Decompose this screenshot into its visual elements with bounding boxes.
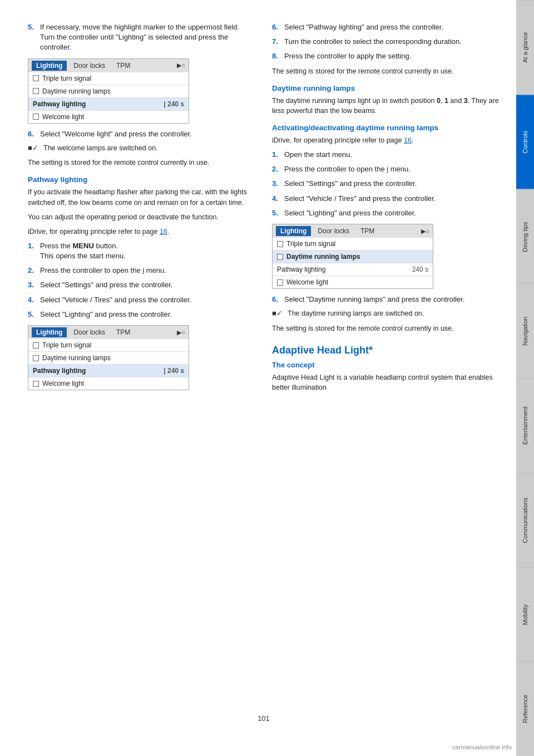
activating-idrive: iDrive, for operating principle refer to…	[272, 135, 500, 145]
right-s4-num: 4.	[272, 194, 281, 204]
result-welcome: ■✓ The welcome lamps are switched on.	[28, 144, 255, 154]
left-s1-num: 1.	[28, 241, 37, 261]
left-s5-text: Select "Lighting" and press the controll…	[40, 310, 255, 320]
main-content: 5. If necessary, move the highlight mark…	[0, 0, 516, 756]
ui2-label-welcome: Welcome light	[42, 380, 184, 387]
pathway-idrive-text: iDrive, for operating principle refer to…	[28, 228, 157, 235]
ui-screenshot-3: Lighting Door locks TPM ▶○ Triple turn s…	[272, 224, 433, 289]
right-s3-text: Select "Settings" and press the controll…	[284, 179, 500, 189]
ui2-row-pathway: Pathway lighting | 240 s	[28, 365, 189, 377]
sidebar-item-label: At a glance	[522, 32, 528, 63]
sidebar-item-at-a-glance[interactable]: At a glance	[516, 0, 534, 95]
right-step-5: 5. Select "Lighting" and press the contr…	[272, 208, 500, 218]
ui3-row-welcome: Welcome light	[273, 276, 433, 288]
ui2-label-triple: Triple turn signal	[42, 341, 184, 349]
page-container: At a glance Controls Driving tips Naviga…	[0, 0, 534, 756]
step-6-text: Select "Welcome light" and press the con…	[40, 129, 255, 139]
ui3-label-pathway: Pathway lighting	[277, 266, 409, 273]
ui2-label-daytime: Daytime running lamps	[42, 354, 184, 362]
right-s6b-text: Select "Daytime running lamps" and press…	[284, 294, 500, 305]
ui3-value-pathway: 240 s	[412, 266, 428, 273]
right-s3-num: 3.	[272, 179, 281, 189]
sidebar-item-label: Reference	[522, 695, 528, 723]
pathway-body: If you activate the headlamp flasher aft…	[28, 187, 255, 207]
right-column: 6. Select "Pathway lighting" and press t…	[272, 22, 500, 698]
right-s1-text: Open the start menu.	[284, 150, 500, 160]
ui1-value-pathway: | 240 s	[164, 100, 184, 108]
activating-idrive-ref[interactable]: 16	[404, 136, 412, 144]
ui2-checkbox-triple	[33, 342, 39, 348]
result-daytime: ■✓ The daytime running lamps are switche…	[272, 309, 500, 319]
pathway-idrive-ref[interactable]: 16	[160, 228, 167, 235]
step-5-num: 5.	[28, 22, 37, 53]
ui-screenshot-1: Lighting Door locks TPM ▶○ Triple turn s…	[28, 58, 189, 124]
ui3-label-welcome: Welcome light	[286, 278, 428, 286]
sidebar-item-entertainment[interactable]: Entertainment	[516, 378, 534, 473]
adaptive-heading: Adaptive Head Light*	[272, 345, 500, 356]
activating-idrive-text: iDrive, for operating principle refer to…	[272, 136, 402, 144]
ui3-row-pathway: Pathway lighting 240 s	[273, 263, 433, 276]
result-daytime-text: The daytime running lamps are switched o…	[288, 309, 424, 319]
ui3-checkbox-welcome	[277, 279, 283, 286]
right-step-3: 3. Select "Settings" and press the contr…	[272, 179, 500, 189]
left-s5-num: 5.	[28, 310, 37, 320]
ui-screenshot-2: Lighting Door locks TPM ▶○ Triple turn s…	[28, 325, 189, 390]
activating-idrive-suffix: .	[412, 136, 413, 144]
left-s4-num: 4.	[28, 295, 37, 305]
concept-heading: The concept	[272, 361, 500, 369]
ui1-header-tpm: TPM	[112, 61, 135, 71]
right-step-1: 1. Open the start menu.	[272, 150, 500, 160]
ui1-checkbox-welcome	[33, 114, 39, 120]
left-step-1: 1. Press the MENU button.This opens the …	[28, 241, 255, 261]
left-s2-text: Press the controller to open the i menu.	[40, 266, 255, 276]
ui2-tab-lighting: Lighting	[32, 327, 67, 337]
ui2-header-doorlocks: Door locks	[69, 327, 110, 337]
ui2-nav-arrow: ▶○	[177, 329, 185, 336]
ui1-checkbox-triple	[33, 75, 39, 81]
ui2-value-pathway: | 240 s	[164, 367, 184, 375]
ui1-row-triple: Triple turn signal	[28, 72, 189, 85]
sidebar-item-mobility[interactable]: Mobility	[516, 567, 534, 662]
right-step-6: 6. Select "Pathway lighting" and press t…	[272, 22, 500, 32]
right-s8-num: 8.	[272, 51, 281, 61]
right-step-7: 7. Turn the controller to select the cor…	[272, 37, 500, 47]
stored-text-right: The setting is stored for the remote con…	[272, 66, 500, 76]
ui3-row-daytime: Daytime running lamps	[273, 251, 433, 263]
ui3-label-triple: Triple turn signal	[286, 240, 428, 248]
ui3-tab-lighting: Lighting	[276, 226, 311, 236]
left-s3-num: 3.	[28, 280, 37, 290]
left-step-5: 5. Select "Lighting" and press the contr…	[28, 310, 255, 320]
right-s5-text: Select "Lighting" and press the controll…	[284, 208, 500, 218]
right-s8-text: Press the controller to apply the settin…	[284, 51, 500, 61]
ui3-header-tpm: TPM	[356, 226, 379, 236]
ui3-nav-arrow: ▶○	[421, 228, 429, 235]
right-s5-num: 5.	[272, 208, 281, 218]
sidebar-item-reference[interactable]: Reference	[516, 661, 534, 756]
ui2-label-pathway: Pathway lighting	[33, 367, 160, 375]
side-tabs: At a glance Controls Driving tips Naviga…	[516, 0, 534, 756]
ui2-header-tpm: TPM	[112, 327, 135, 337]
concept-body: Adaptive Head Light is a variable headla…	[272, 372, 500, 392]
ui3-row-triple: Triple turn signal	[273, 238, 433, 251]
ui3-header-doorlocks: Door locks	[313, 226, 354, 236]
right-step-4: 4. Select "Vehicle / Tires" and press th…	[272, 194, 500, 204]
ui1-nav-arrow: ▶○	[177, 62, 185, 69]
sidebar-item-communications[interactable]: Communications	[516, 473, 534, 567]
sidebar-item-navigation[interactable]: Navigation	[516, 283, 534, 378]
result-welcome-text: The welcome lamps are switched on.	[43, 144, 158, 154]
sidebar-item-label: Navigation	[522, 317, 528, 346]
sidebar-item-controls[interactable]: Controls	[516, 95, 534, 189]
right-step-6b: 6. Select "Daytime running lamps" and pr…	[272, 294, 500, 305]
sidebar-item-driving-tips[interactable]: Driving tips	[516, 189, 534, 284]
ui1-tab-lighting: Lighting	[32, 61, 67, 71]
ui2-row-welcome: Welcome light	[28, 377, 189, 390]
right-s4-text: Select "Vehicle / Tires" and press the c…	[284, 194, 500, 204]
ui3-header: Lighting Door locks TPM ▶○	[273, 224, 433, 238]
left-step-3: 3. Select "Settings" and press the contr…	[28, 280, 255, 290]
sidebar-item-label: Driving tips	[522, 222, 528, 252]
ui2-row-daytime: Daytime running lamps	[28, 352, 189, 365]
left-step-4: 4. Select "Vehicle / Tires" and press th…	[28, 295, 255, 305]
stored-text-right2: The setting is stored for the remote con…	[272, 323, 500, 333]
stored-text-left: The setting is stored for the remote con…	[28, 158, 255, 168]
right-step-8: 8. Press the controller to apply the set…	[272, 51, 500, 61]
